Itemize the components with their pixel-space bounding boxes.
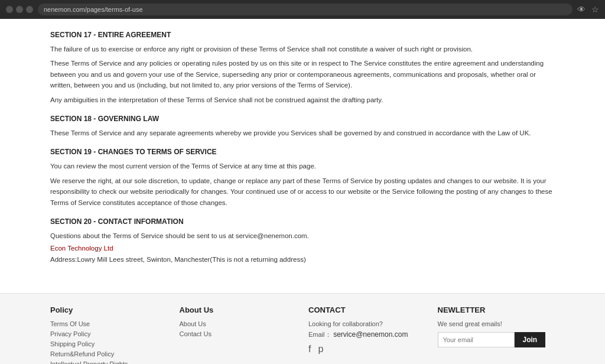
about-link-about[interactable]: About Us xyxy=(180,320,297,327)
policy-link-shipping[interactable]: Shipping Policy xyxy=(50,340,168,347)
pinterest-icon[interactable]: p xyxy=(318,344,323,355)
page-content: SECTION 17 - ENTIRE AGREEMENT The failur… xyxy=(0,19,605,293)
newsletter-col-title: NEWLETTER xyxy=(438,306,555,314)
footer-grid: Policy Terms Of Use Privacy Policy Shipp… xyxy=(50,306,555,364)
footer: Policy Terms Of Use Privacy Policy Shipp… xyxy=(0,293,605,364)
policy-link-privacy[interactable]: Privacy Policy xyxy=(50,330,168,337)
dot-2 xyxy=(16,6,23,13)
star-icon: ☆ xyxy=(591,5,599,14)
dot-1 xyxy=(6,6,13,13)
newsletter-email-input[interactable] xyxy=(438,332,515,347)
section-20-title: SECTION 20 - CONTACT INFORMATION xyxy=(50,217,555,226)
eye-icon: 👁 xyxy=(577,5,586,14)
policy-col-title: Policy xyxy=(50,306,168,314)
footer-newsletter-col: NEWLETTER We send great emails! Join xyxy=(438,306,555,364)
newsletter-description: We send great emails! xyxy=(438,320,555,327)
policy-link-return[interactable]: Return&Refund Policy xyxy=(50,350,168,358)
section-20-para-1: Questions about the Terms of Service sho… xyxy=(50,230,555,241)
contact-description: Looking for collaboration? xyxy=(308,320,426,327)
footer-policy-col: Policy Terms Of Use Privacy Policy Shipp… xyxy=(50,306,168,364)
policy-link-terms[interactable]: Terms Of Use xyxy=(50,320,168,327)
section-17-para-3: Any ambiguities in the interpretation of… xyxy=(50,95,555,105)
address-bar[interactable]: nenemon.com/pages/terms-of-use xyxy=(38,4,573,15)
policy-link-intellectual[interactable]: Intellectual Property Rights xyxy=(50,360,168,364)
section-19: SECTION 19 - CHANGES TO TERMS OF SERVICE… xyxy=(50,148,555,208)
section-18-para-1: These Terms of Service and any separate … xyxy=(50,128,555,138)
footer-contact-col: CONTACT Looking for collaboration? Email… xyxy=(308,306,426,364)
footer-about-col: About Us About Us Contact Us xyxy=(180,306,297,364)
newsletter-join-button[interactable]: Join xyxy=(515,332,546,347)
section-17: SECTION 17 - ENTIRE AGREEMENT The failur… xyxy=(50,31,555,105)
email-label: Email： xyxy=(308,331,331,338)
section-18: SECTION 18 - GOVERNING LAW These Terms o… xyxy=(50,115,555,138)
section-19-para-2: We reserve the right, at our sole discre… xyxy=(50,176,555,208)
browser-action-icons: 👁 ☆ xyxy=(577,5,599,14)
newsletter-form: Join xyxy=(438,332,555,347)
about-link-contact[interactable]: Contact Us xyxy=(180,330,297,337)
dot-3 xyxy=(26,6,33,13)
section-17-title: SECTION 17 - ENTIRE AGREEMENT xyxy=(50,31,555,39)
company-name[interactable]: Econ Technology Ltd xyxy=(50,245,555,252)
section-18-title: SECTION 18 - GOVERNING LAW xyxy=(50,115,555,123)
section-19-title: SECTION 19 - CHANGES TO TERMS OF SERVICE xyxy=(50,148,555,156)
about-col-title: About Us xyxy=(180,306,297,314)
section-17-para-1: The failure of us to exercise or enforce… xyxy=(50,44,555,54)
section-20: SECTION 20 - CONTACT INFORMATION Questio… xyxy=(50,217,555,265)
section-17-para-2: These Terms of Service and any policies … xyxy=(50,58,555,90)
facebook-icon[interactable]: f xyxy=(308,344,311,355)
url-text: nenemon.com/pages/terms-of-use xyxy=(44,6,143,13)
contact-col-title: CONTACT xyxy=(308,306,426,314)
company-address: Address:Lowry Mill Lees street, Swinton,… xyxy=(50,254,555,265)
email-value: service@nenemon.com xyxy=(333,330,408,339)
social-icons-row: f p xyxy=(308,344,426,355)
browser-chrome: nenemon.com/pages/terms-of-use 👁 ☆ xyxy=(0,0,605,19)
section-19-para-1: You can review the most current version … xyxy=(50,161,555,171)
window-controls xyxy=(6,6,33,13)
contact-email-row: Email： service@nenemon.com xyxy=(308,330,426,339)
